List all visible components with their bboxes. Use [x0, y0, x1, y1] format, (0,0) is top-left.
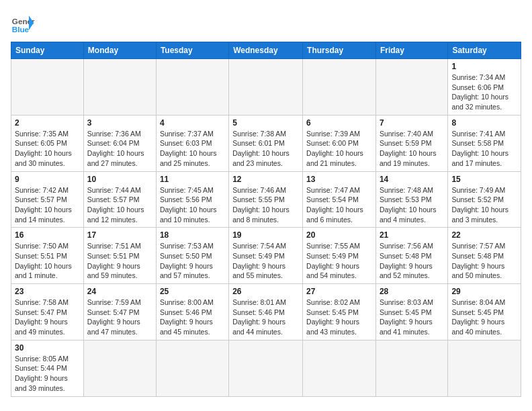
- day-info: Sunrise: 7:35 AM Sunset: 6:05 PM Dayligh…: [15, 129, 80, 169]
- day-info: Sunrise: 7:51 AM Sunset: 5:51 PM Dayligh…: [87, 241, 152, 281]
- day-info: Sunrise: 8:00 AM Sunset: 5:46 PM Dayligh…: [160, 298, 225, 337]
- day-info: Sunrise: 8:05 AM Sunset: 5:44 PM Dayligh…: [15, 354, 80, 394]
- day-number: 18: [160, 230, 225, 240]
- day-info: Sunrise: 7:46 AM Sunset: 5:55 PM Dayligh…: [232, 185, 299, 225]
- page-header: General Blue: [11, 11, 521, 35]
- calendar-cell: [229, 340, 303, 396]
- calendar-cell: 7Sunrise: 7:40 AM Sunset: 5:59 PM Daylig…: [375, 115, 447, 171]
- day-number: 15: [451, 175, 517, 184]
- calendar-cell: 16Sunrise: 7:50 AM Sunset: 5:51 PM Dayli…: [11, 228, 84, 284]
- day-number: 6: [306, 118, 372, 128]
- calendar-cell: 3Sunrise: 7:36 AM Sunset: 6:04 PM Daylig…: [83, 115, 156, 171]
- week-row-2: 2Sunrise: 7:35 AM Sunset: 6:05 PM Daylig…: [11, 115, 521, 171]
- day-number: 7: [380, 118, 444, 128]
- calendar-cell: 2Sunrise: 7:35 AM Sunset: 6:05 PM Daylig…: [11, 115, 84, 171]
- day-number: 26: [232, 287, 299, 296]
- week-row-3: 9Sunrise: 7:42 AM Sunset: 5:57 PM Daylig…: [11, 171, 521, 228]
- calendar-cell: [375, 59, 447, 116]
- day-info: Sunrise: 7:39 AM Sunset: 6:00 PM Dayligh…: [306, 129, 372, 169]
- calendar-cell: 17Sunrise: 7:51 AM Sunset: 5:51 PM Dayli…: [83, 228, 156, 284]
- day-number: 3: [87, 118, 152, 128]
- weekday-header-monday: Monday: [83, 42, 156, 59]
- day-number: 8: [451, 118, 517, 128]
- calendar-cell: 22Sunrise: 7:57 AM Sunset: 5:48 PM Dayli…: [448, 228, 521, 284]
- svg-text:Blue: Blue: [12, 25, 30, 34]
- calendar-cell: 1Sunrise: 7:34 AM Sunset: 6:06 PM Daylig…: [448, 59, 521, 116]
- day-info: Sunrise: 7:44 AM Sunset: 5:57 PM Dayligh…: [87, 185, 152, 225]
- calendar-cell: 5Sunrise: 7:38 AM Sunset: 6:01 PM Daylig…: [229, 115, 303, 171]
- day-info: Sunrise: 7:36 AM Sunset: 6:04 PM Dayligh…: [87, 129, 152, 169]
- day-number: 11: [160, 175, 225, 184]
- day-info: Sunrise: 8:04 AM Sunset: 5:45 PM Dayligh…: [451, 298, 517, 337]
- calendar-cell: 6Sunrise: 7:39 AM Sunset: 6:00 PM Daylig…: [303, 115, 376, 171]
- calendar-cell: 14Sunrise: 7:48 AM Sunset: 5:53 PM Dayli…: [375, 171, 447, 228]
- calendar-cell: [375, 340, 447, 396]
- day-number: 24: [87, 287, 152, 296]
- calendar-cell: 12Sunrise: 7:46 AM Sunset: 5:55 PM Dayli…: [229, 171, 303, 228]
- day-number: 19: [232, 230, 299, 240]
- day-number: 10: [87, 175, 152, 184]
- calendar-cell: 10Sunrise: 7:44 AM Sunset: 5:57 PM Dayli…: [83, 171, 156, 228]
- day-info: Sunrise: 7:40 AM Sunset: 5:59 PM Dayligh…: [380, 129, 444, 169]
- calendar-table: SundayMondayTuesdayWednesdayThursdayFrid…: [11, 42, 521, 397]
- day-info: Sunrise: 7:49 AM Sunset: 5:52 PM Dayligh…: [451, 185, 517, 225]
- day-number: 28: [380, 287, 444, 296]
- day-number: 16: [15, 230, 80, 240]
- day-number: 17: [87, 230, 152, 240]
- day-info: Sunrise: 7:42 AM Sunset: 5:57 PM Dayligh…: [15, 185, 80, 225]
- weekday-header-row: SundayMondayTuesdayWednesdayThursdayFrid…: [11, 42, 521, 59]
- calendar-cell: 19Sunrise: 7:54 AM Sunset: 5:49 PM Dayli…: [229, 228, 303, 284]
- day-info: Sunrise: 7:38 AM Sunset: 6:01 PM Dayligh…: [232, 129, 299, 169]
- day-number: 9: [15, 175, 80, 184]
- calendar-cell: [229, 59, 303, 116]
- day-number: 21: [380, 230, 444, 240]
- day-info: Sunrise: 7:59 AM Sunset: 5:47 PM Dayligh…: [87, 298, 152, 337]
- calendar-cell: [156, 59, 228, 116]
- weekday-header-wednesday: Wednesday: [229, 42, 303, 59]
- calendar-cell: 24Sunrise: 7:59 AM Sunset: 5:47 PM Dayli…: [83, 284, 156, 340]
- day-info: Sunrise: 7:37 AM Sunset: 6:03 PM Dayligh…: [160, 129, 225, 169]
- day-number: 13: [306, 175, 372, 184]
- week-row-1: 1Sunrise: 7:34 AM Sunset: 6:06 PM Daylig…: [11, 59, 521, 116]
- day-info: Sunrise: 8:03 AM Sunset: 5:45 PM Dayligh…: [380, 298, 444, 337]
- calendar-cell: 11Sunrise: 7:45 AM Sunset: 5:56 PM Dayli…: [156, 171, 228, 228]
- day-info: Sunrise: 7:50 AM Sunset: 5:51 PM Dayligh…: [15, 241, 80, 281]
- weekday-header-sunday: Sunday: [11, 42, 84, 59]
- calendar-cell: 28Sunrise: 8:03 AM Sunset: 5:45 PM Dayli…: [375, 284, 447, 340]
- calendar-cell: 23Sunrise: 7:58 AM Sunset: 5:47 PM Dayli…: [11, 284, 84, 340]
- day-number: 30: [15, 343, 80, 353]
- day-number: 14: [380, 175, 444, 184]
- calendar-cell: 30Sunrise: 8:05 AM Sunset: 5:44 PM Dayli…: [11, 340, 84, 396]
- day-number: 29: [451, 287, 517, 296]
- day-info: Sunrise: 7:54 AM Sunset: 5:49 PM Dayligh…: [232, 241, 299, 281]
- calendar-cell: 26Sunrise: 8:01 AM Sunset: 5:46 PM Dayli…: [229, 284, 303, 340]
- logo: General Blue: [11, 11, 35, 35]
- day-number: 23: [15, 287, 80, 296]
- day-number: 2: [15, 118, 80, 128]
- day-number: 12: [232, 175, 299, 184]
- calendar-cell: [83, 340, 156, 396]
- day-info: Sunrise: 7:56 AM Sunset: 5:48 PM Dayligh…: [380, 241, 444, 281]
- calendar-cell: [448, 340, 521, 396]
- week-row-5: 23Sunrise: 7:58 AM Sunset: 5:47 PM Dayli…: [11, 284, 521, 340]
- day-number: 1: [451, 62, 517, 71]
- day-info: Sunrise: 7:47 AM Sunset: 5:54 PM Dayligh…: [306, 185, 372, 225]
- week-row-6: 30Sunrise: 8:05 AM Sunset: 5:44 PM Dayli…: [11, 340, 521, 396]
- day-info: Sunrise: 7:48 AM Sunset: 5:53 PM Dayligh…: [380, 185, 444, 225]
- calendar-cell: 9Sunrise: 7:42 AM Sunset: 5:57 PM Daylig…: [11, 171, 84, 228]
- weekday-header-thursday: Thursday: [303, 42, 376, 59]
- day-info: Sunrise: 7:57 AM Sunset: 5:48 PM Dayligh…: [451, 241, 517, 281]
- logo-icon: General Blue: [11, 11, 35, 35]
- calendar-cell: 27Sunrise: 8:02 AM Sunset: 5:45 PM Dayli…: [303, 284, 376, 340]
- weekday-header-saturday: Saturday: [448, 42, 521, 59]
- calendar-cell: 4Sunrise: 7:37 AM Sunset: 6:03 PM Daylig…: [156, 115, 228, 171]
- calendar-cell: 21Sunrise: 7:56 AM Sunset: 5:48 PM Dayli…: [375, 228, 447, 284]
- calendar-cell: [11, 59, 84, 116]
- calendar-cell: 29Sunrise: 8:04 AM Sunset: 5:45 PM Dayli…: [448, 284, 521, 340]
- calendar-cell: 15Sunrise: 7:49 AM Sunset: 5:52 PM Dayli…: [448, 171, 521, 228]
- calendar-cell: 8Sunrise: 7:41 AM Sunset: 5:58 PM Daylig…: [448, 115, 521, 171]
- day-info: Sunrise: 7:55 AM Sunset: 5:49 PM Dayligh…: [306, 241, 372, 281]
- calendar-cell: [303, 340, 376, 396]
- day-number: 25: [160, 287, 225, 296]
- day-number: 20: [306, 230, 372, 240]
